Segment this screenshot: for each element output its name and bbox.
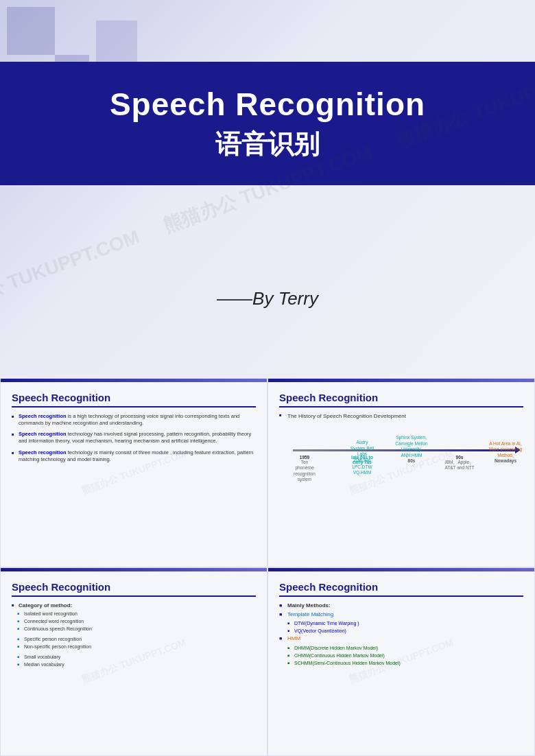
slide-2: 熊猫办公 TUKUPPT.COM Speech Recognition Spee… [0,378,268,567]
tl-80s: Sphinx System,Carnegie MellonUniversity,… [391,435,432,463]
tl-label-80s-above: Sphinx System,Carnegie MellonUniversity,… [391,435,432,458]
bullet-item-1: Speech recognition is a high technology … [12,413,256,427]
mainly-methods-heading: Mainly Methods: [279,602,523,609]
method-template-matching: Template Matching [279,611,523,618]
cat-sub-nonspecific: Non-specific person recognition [12,643,256,650]
tl-year-nowadays: Nowadays [485,458,526,463]
slide4-topbar [1,568,267,571]
bullet-item-2: Speech recognition technology has involv… [12,431,256,445]
cat-sub-isolated: Isolated word recognition [12,611,256,617]
slide-3: 熊猫办公 TUKUPPT.COM Speech Recognition The … [268,378,535,567]
slide5-title: Speech Recognition [279,581,523,597]
slide2-bullet3: Speech recognition technology is mainly … [12,449,256,463]
tl-label-1959: Tenphonemerecognitionsystem [292,460,318,483]
tl-label-nowadays: A Hot Area in AI,More processingMethod, [485,441,526,458]
tl-year-1959: 1959 [292,455,318,460]
slide2-topbar [1,379,267,382]
bullet-item-3: Speech recognition technology is mainly … [12,449,256,463]
keyword-1: Speech recognition [19,413,67,419]
slide2-bullet2: Speech recognition technology has involv… [12,431,256,445]
tl-1959: 1959 Tenphonemerecognitionsystem [292,455,318,483]
tl-audry: AudrySystem,BellLabs20th,50s [344,440,380,463]
slide1-title-zh: 语音识别 [215,127,320,162]
tl-90s: 90s IBM、Apple、AT&T and NTT [442,455,477,471]
tl-year-90s: 90s [442,455,477,460]
cat-sub-specific: Specific person recognition [12,636,256,642]
cat-sub-connected: Connected word recognition [12,618,256,624]
timeline-area: 1959 Tenphonemerecognitionsystem late 60… [279,423,523,499]
slide3-title: Speech Recognition [279,392,523,407]
cat-sub-continuous: Continuous speech Recognition [12,626,256,632]
slide-1-title: Speech Recognition 语音识别 ——By Terry 熊猫办公 … [0,0,535,378]
cat-heading: Category of method: [12,602,256,609]
tl-label-60s: LPC,DTWVQ,HMM [344,464,380,476]
slides-grid: 熊猫办公 TUKUPPT.COM Speech Recognition Spee… [0,378,535,756]
tl-label-audry: AudrySystem,BellLabs20th,50s [344,440,380,463]
tl-label-90s: IBM、Apple、AT&T and NTT [442,460,477,471]
slide4-title: Speech Recognition [12,581,256,597]
method-hmm: HMM [279,635,523,642]
tl-year-80s: 80s [391,458,432,463]
author-line: ——By Terry [0,288,535,309]
tl-nowadays: A Hot Area in AI,More processingMethod, … [485,441,526,463]
keyword-2: Speech recognition [19,431,67,437]
method-dhmm: DHMM(Discrete Hidden Markov Model) [279,645,523,651]
method-chmm: CHMM(Continuous Hidden Markov Model) [279,652,523,659]
method-dtw: DTW(Dynamic Time Warping ) [279,620,523,626]
deco-sq4 [96,21,137,62]
slide5-topbar [268,568,534,571]
slide2-bullet1: Speech recognition is a high technology … [12,413,256,427]
cat-sub-median: Median vocabulary [12,661,256,668]
slide2-title: Speech Recognition [12,392,256,407]
keyword-3: Speech recognition [19,449,67,456]
timeline-intro: The History of Speech Recognition Develo… [279,413,523,419]
slide-4: 熊猫办公 TUKUPPT.COM Speech Recognition Cate… [0,567,268,757]
slide3-topbar [268,379,534,382]
title-banner: Speech Recognition 语音识别 [0,62,535,185]
slide-5: 熊猫办公 TUKUPPT.COM Speech Recognition Main… [268,567,535,757]
method-schmm: SCHMM(Semi-Continuous Hidden Markov Mode… [279,660,523,666]
method-vq: VQ(Vector Quantization) [279,628,523,634]
deco-sq1 [7,7,55,55]
cat-sub-small: Small vocabulary [12,654,256,660]
slide1-title-en: Speech Recognition [110,86,425,123]
